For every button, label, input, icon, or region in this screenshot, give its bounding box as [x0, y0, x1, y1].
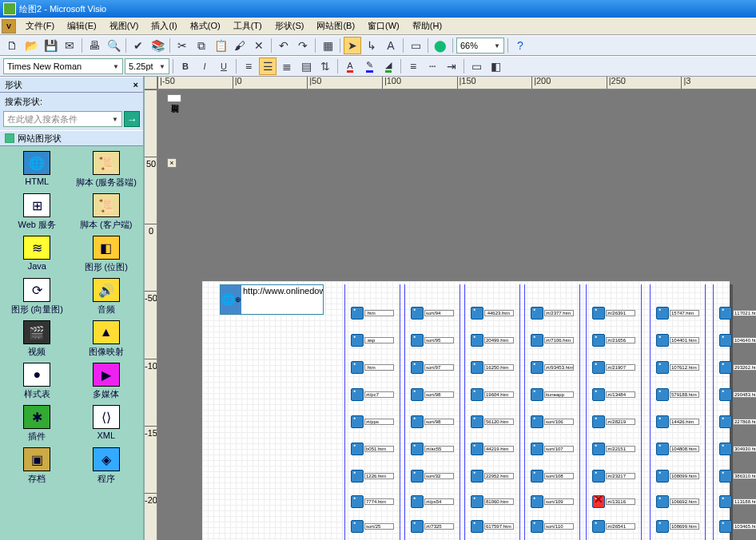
format-painter-button[interactable]: 🖌 [231, 37, 249, 54]
sitemap-node[interactable]: 290483.htm [719, 388, 756, 401]
sitemap-node[interactable]: sort/97 [411, 361, 454, 374]
text-tool-button[interactable]: A [382, 37, 400, 54]
sitemap-node[interactable]: zt/21907 [592, 361, 635, 374]
sitemap-node[interactable]: sort/98 [411, 388, 454, 401]
sitemap-node[interactable]: zt/2377.htm [531, 307, 574, 320]
menu-item[interactable]: 视图(V) [103, 18, 145, 34]
shapes-window-button[interactable]: ▦ [319, 37, 336, 54]
new-button[interactable]: 🗋 [3, 37, 21, 54]
sitemap-node[interactable]: 15747.htm [656, 307, 699, 320]
sitemap-node[interactable]: 304930.htm [719, 443, 756, 455]
sitemap-node[interactable]: zt/ps54 [411, 495, 454, 508]
redo-button[interactable]: ↷ [294, 37, 312, 54]
fill-color-button[interactable]: ◢ [380, 58, 397, 75]
italic-button[interactable]: I [196, 58, 213, 75]
sitemap-node[interactable]: 227868.htm [719, 415, 756, 428]
stencil-shape[interactable]: ▶多媒体 [73, 361, 141, 402]
sitemap-node[interactable]: sort/107 [531, 443, 574, 455]
underline-button[interactable]: U [215, 58, 233, 75]
sitemap-node[interactable]: sort/108 [531, 470, 574, 482]
font-combo[interactable]: Times New Roman▼ [3, 58, 123, 74]
menu-item[interactable]: 形状(S) [269, 18, 311, 34]
sitemap-node[interactable]: 293262.htm [719, 361, 756, 374]
sitemap-node[interactable]: zt/21656 [592, 334, 635, 347]
sitemap-node[interactable]: 81060.htm [471, 495, 514, 508]
sitemap-node[interactable]: zt/13484 [592, 388, 635, 401]
spelling-button[interactable]: ✔ [129, 37, 147, 54]
sitemap-node[interactable]: 386310.htm [719, 470, 756, 482]
sitemap-node[interactable]: sort/109 [531, 495, 574, 508]
sitemap-node[interactable]: 16250.htm [471, 361, 514, 374]
stencil-shape[interactable]: ●样式表 [3, 361, 71, 402]
copy-button[interactable]: ⧉ [193, 37, 210, 54]
sitemap-node[interactable]: zt/23217 [592, 470, 635, 482]
format-button[interactable]: ▭ [468, 58, 485, 75]
menu-item[interactable]: 网站图(B) [310, 18, 361, 34]
research-button[interactable]: 📚 [149, 37, 166, 54]
search-go-button[interactable]: → [124, 111, 140, 127]
print-button[interactable]: 🖶 [86, 37, 103, 54]
font-color-button[interactable]: A [341, 58, 359, 75]
sitemap-node[interactable]: 20499.htm [471, 334, 514, 347]
help-button[interactable]: ? [511, 37, 529, 54]
sitemap-node[interactable]: 14426.htm [656, 415, 699, 428]
menu-item[interactable]: 帮助(H) [406, 18, 448, 34]
stencil-shape[interactable]: 📜脚本 (服务器端) [73, 149, 141, 190]
menu-item[interactable]: 插入(I) [145, 18, 183, 34]
sitemap-node[interactable]: zt/pps [351, 415, 394, 428]
sitemap-node[interactable]: 19604.htm [471, 388, 514, 401]
sitemap-node[interactable]: sort/95 [411, 334, 454, 347]
line-ends-button[interactable]: ⇥ [443, 58, 460, 75]
menu-item[interactable]: 工具(T) [227, 18, 269, 34]
app-icon[interactable]: V [2, 19, 16, 34]
menu-item[interactable]: 窗口(W) [361, 18, 406, 34]
align-left-button[interactable]: ≡ [240, 58, 257, 75]
search-input[interactable]: 在此键入搜索条件▼ [3, 111, 122, 127]
line-pattern-button[interactable]: ┄ [424, 58, 441, 75]
sitemap-node[interactable]: 617597.htm [471, 520, 514, 533]
line-color-button[interactable]: ✎ [360, 58, 378, 75]
sitemap-node[interactable]: 579188.htm [656, 388, 699, 401]
sitemap-node[interactable]: sort/25 [351, 520, 394, 533]
align-center-button[interactable]: ☰ [259, 58, 277, 75]
sitemap-node[interactable]: zt/pc7 [351, 388, 394, 401]
sitemap-node[interactable]: sort/94 [411, 307, 454, 320]
sitemap-node[interactable]: 103465.htm [719, 520, 756, 533]
sitemap-node[interactable]: .asp [351, 334, 394, 347]
sitemap-node[interactable]: zt/13116 [592, 495, 635, 508]
drawing-page[interactable]: 🌐⊕ http://www.onlinedown.net/soft/578527… [202, 281, 730, 540]
root-node[interactable]: 🌐⊕ http://www.onlinedown.net/soft/578527… [220, 284, 324, 315]
list-window-tab[interactable]: 列表窗口 [167, 94, 181, 102]
distribute-button[interactable]: ⇅ [316, 58, 334, 75]
stencil-shape[interactable]: ▣存档 [3, 446, 71, 486]
open-button[interactable]: 📂 [22, 37, 40, 54]
menu-item[interactable]: 编辑(E) [61, 18, 103, 34]
sitemap-node[interactable]: 113188.htm [719, 495, 756, 508]
stencil-shape[interactable]: ⊞Web 服务 [3, 192, 71, 232]
fontsize-combo[interactable]: 5.25pt▼ [125, 58, 169, 74]
stencil-shape[interactable]: ◧图形 (位图) [73, 234, 141, 275]
sitemap-node[interactable]: 117021.htm [719, 307, 756, 320]
stencil-shape[interactable]: ▲图像映射 [73, 319, 141, 359]
mail-button[interactable]: ✉ [61, 37, 78, 54]
sitemap-node[interactable]: sort/106 [531, 415, 574, 428]
sitemap-node[interactable]: 107612.htm [656, 361, 699, 374]
rectangle-tool-button[interactable]: ▭ [407, 37, 424, 54]
stencil-shape[interactable]: ≋Java [3, 234, 71, 275]
theme-button[interactable]: ◧ [487, 58, 504, 75]
sitemap-node[interactable]: ituneapp [531, 388, 574, 401]
stencil-shape[interactable]: 🔊音频 [73, 276, 141, 317]
draw-area[interactable]: 列表窗口 × 🌐⊕ http://www.onlinedown.net/soft… [157, 89, 756, 540]
sitemap-node[interactable]: b051.htm [351, 443, 394, 455]
delete-button[interactable]: ✕ [250, 37, 268, 54]
sitemap-node[interactable]: zt/93453.htm [531, 361, 574, 374]
stencil-shape[interactable]: ⟨⟩XML [73, 403, 141, 444]
menu-item[interactable]: 格式(O) [184, 18, 227, 34]
sitemap-node[interactable]: 104808.htm [656, 443, 699, 455]
sitemap-node[interactable]: 56120.htm [471, 415, 514, 428]
save-button[interactable]: 💾 [42, 37, 59, 54]
sitemap-node[interactable]: zt/7325 [411, 520, 454, 533]
stencil-shape[interactable]: 🎬视频 [3, 319, 71, 359]
stencil-header[interactable]: 网站图形状 [0, 130, 143, 146]
pointer-tool-button[interactable]: ➤ [344, 37, 361, 54]
